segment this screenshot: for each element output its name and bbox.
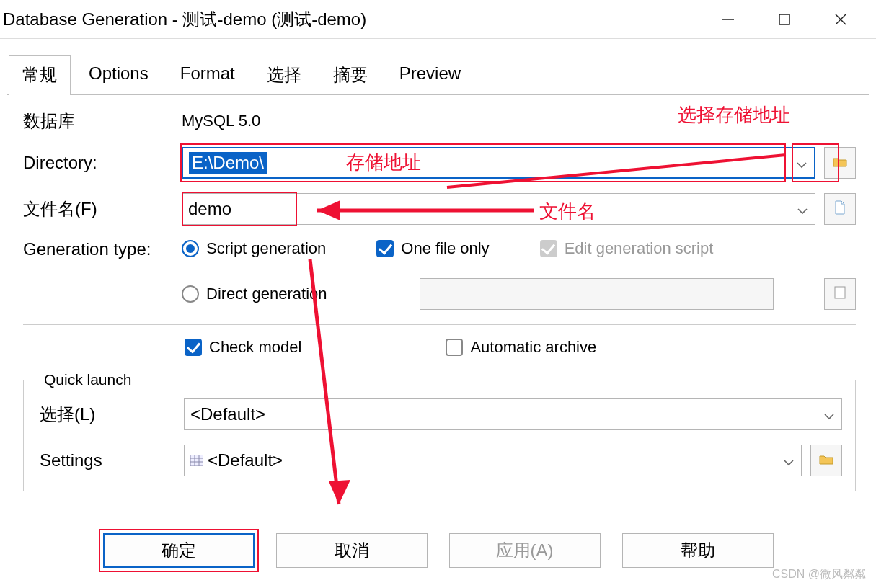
browse-directory-button[interactable] [824, 147, 856, 179]
title-bar: Database Generation - 测试-demo (测试-demo) [0, 0, 876, 39]
grid-icon [190, 450, 203, 471]
select-combo[interactable]: <Default> [184, 398, 842, 430]
settings-browse-button[interactable] [810, 445, 842, 476]
tab-general[interactable]: 常规 [9, 55, 71, 95]
minimize-button[interactable] [707, 7, 749, 32]
check-one-file-only[interactable]: One file only [376, 239, 489, 258]
check-edit-generation-script: Edit generation script [540, 239, 714, 258]
directory-input[interactable]: E:\Demo\ [182, 147, 815, 179]
label-select: 选择(L) [40, 403, 184, 426]
settings-combo-value: <Default> [208, 450, 283, 471]
radio-script-generation[interactable]: Script generation [182, 239, 326, 258]
check-check-model[interactable]: Check model [185, 338, 301, 357]
folder-icon [833, 154, 847, 172]
file-button[interactable] [824, 193, 856, 225]
filename-input-value: demo [188, 199, 231, 219]
tab-bar: 常规 Options Format 选择 摘要 Preview [9, 55, 876, 94]
select-combo-value: <Default> [190, 404, 265, 424]
chevron-down-icon [824, 404, 834, 424]
maximize-button[interactable] [764, 7, 805, 32]
radio-direct-generation[interactable]: Direct generation [182, 285, 369, 303]
button-row: 确定 取消 应用(A) 帮助 [0, 533, 876, 568]
quick-launch-legend: Quick launch [40, 371, 136, 388]
tab-select[interactable]: 选择 [253, 55, 315, 95]
tab-summary[interactable]: 摘要 [319, 55, 381, 95]
ok-button[interactable]: 确定 [103, 533, 255, 568]
watermark: CSDN @微风粼粼 [772, 567, 866, 582]
help-button[interactable]: 帮助 [622, 533, 774, 568]
page-icon [834, 285, 846, 303]
chevron-down-icon [797, 199, 808, 219]
label-settings: Settings [40, 450, 184, 471]
quick-launch-group: Quick launch 选择(L) <Default> Settings <D… [23, 371, 856, 491]
check-automatic-archive[interactable]: Automatic archive [446, 338, 596, 357]
svg-rect-1 [779, 14, 789, 24]
apply-button: 应用(A) [449, 533, 601, 568]
chevron-down-icon [784, 450, 794, 471]
cancel-button[interactable]: 取消 [276, 533, 428, 568]
direct-generation-config-button[interactable] [824, 278, 856, 310]
tab-options[interactable]: Options [75, 55, 162, 95]
chevron-down-icon [797, 153, 807, 173]
svg-rect-4 [835, 287, 845, 298]
label-filename: 文件名(F) [23, 197, 182, 220]
tab-format[interactable]: Format [167, 55, 249, 95]
svg-rect-5 [190, 455, 203, 466]
settings-combo[interactable]: <Default> [184, 445, 802, 476]
separator [23, 324, 856, 325]
window-title: Database Generation - 测试-demo (测试-demo) [3, 8, 707, 31]
database-value: MySQL 5.0 [182, 112, 260, 130]
label-directory: Directory: [23, 153, 182, 173]
directory-input-value: E:\Demo\ [189, 152, 267, 174]
close-button[interactable] [820, 7, 862, 32]
label-database: 数据库 [23, 110, 182, 133]
tab-panel-general: 数据库 MySQL 5.0 Directory: E:\Demo\ 文件名(F)… [7, 94, 869, 506]
label-generation-type: Generation type: [23, 239, 182, 259]
filename-input[interactable]: demo [182, 193, 815, 225]
tab-preview[interactable]: Preview [386, 55, 474, 95]
file-icon [834, 200, 846, 218]
folder-icon [819, 452, 833, 469]
direct-generation-target[interactable] [420, 278, 774, 310]
